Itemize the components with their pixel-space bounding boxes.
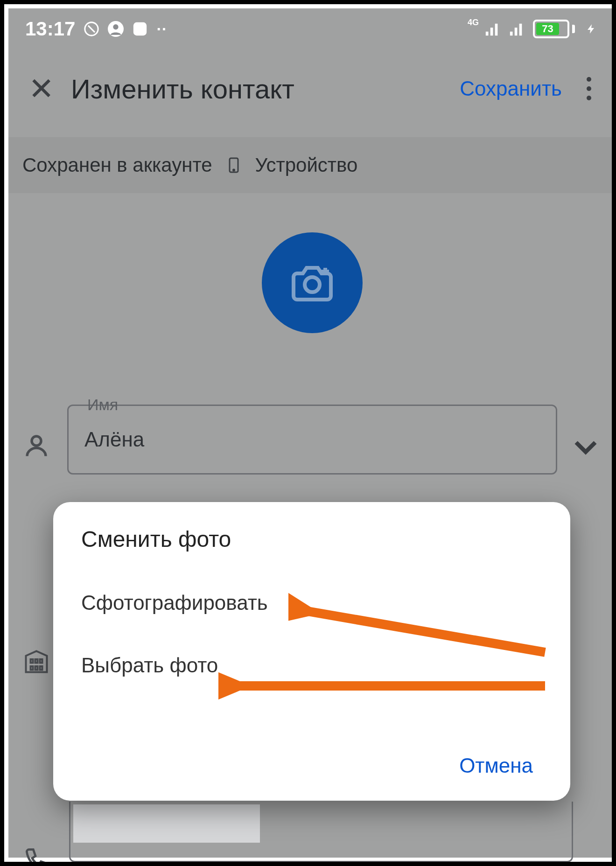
expand-name-button[interactable]: [569, 430, 602, 463]
cancel-button[interactable]: Отмена: [450, 749, 542, 782]
name-input-label: Имя: [82, 396, 124, 414]
close-button[interactable]: ✕: [22, 71, 60, 107]
svg-point-2: [113, 24, 119, 29]
take-photo-option[interactable]: Сфотографировать: [81, 580, 542, 626]
status-bar: 13:17 ··: [8, 8, 616, 49]
redacted-value: [73, 804, 260, 843]
device-icon: [225, 154, 242, 176]
account-name: Устройство: [255, 154, 358, 176]
more-notifications-icon: ··: [156, 20, 167, 38]
signal-sim1-icon: [484, 21, 500, 37]
phone-field-partial[interactable]: [69, 802, 573, 862]
name-input-value: Алёна: [84, 428, 144, 451]
person-icon: [22, 418, 67, 461]
charging-icon: [583, 21, 599, 37]
choose-photo-option[interactable]: Выбрать фото: [81, 643, 542, 688]
saved-account-bar[interactable]: Сохранен в аккаунте Устройство: [8, 137, 616, 193]
save-button[interactable]: Сохранить: [460, 77, 562, 100]
network-type-badge: 4G: [468, 19, 479, 26]
saved-in-label: Сохранен в аккаунте: [22, 154, 212, 176]
company-icon: [22, 648, 50, 676]
svg-point-7: [32, 436, 41, 446]
svg-point-5: [233, 169, 234, 171]
phone-icon: [22, 847, 50, 866]
page-title: Изменить контакт: [71, 73, 294, 105]
phone-frame: 13:17 ··: [0, 0, 616, 866]
battery-indicator: 73: [533, 20, 575, 38]
app-header: ✕ Изменить контакт Сохранить: [8, 49, 616, 128]
add-photo-button[interactable]: [262, 232, 363, 333]
name-input[interactable]: Имя Алёна: [67, 405, 557, 475]
screen: 13:17 ··: [8, 8, 616, 866]
dialog-title: Сменить фото: [81, 526, 542, 552]
account-icon: [108, 21, 124, 37]
status-time: 13:17: [25, 18, 75, 40]
svg-rect-3: [133, 22, 147, 35]
app-badge-icon: [132, 21, 148, 37]
signal-sim2-icon: [509, 21, 525, 37]
overflow-menu-button[interactable]: [576, 77, 602, 100]
dnd-icon: [84, 21, 99, 37]
label-field-hint: Ярлык: [90, 858, 132, 866]
svg-point-6: [305, 277, 320, 292]
change-photo-dialog: Сменить фото Сфотографировать Выбрать фо…: [53, 502, 570, 801]
name-field-row: Имя Алёна: [8, 394, 616, 485]
battery-percent: 73: [536, 23, 559, 35]
